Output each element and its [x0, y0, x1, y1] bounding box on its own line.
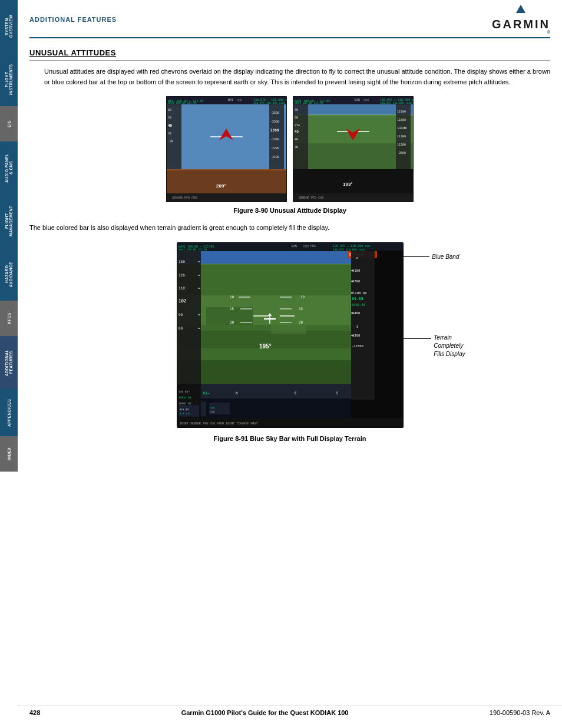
- svg-rect-74: [177, 295, 351, 325]
- svg-text:N: N: [236, 391, 238, 395]
- svg-text:E: E: [295, 391, 297, 395]
- svg-text:60: 60: [168, 108, 171, 111]
- garmin-logo: GARMIN ®: [492, 5, 550, 34]
- svg-text:□□□ PRG: □□□ PRG: [303, 244, 316, 248]
- svg-text:30: 30: [295, 145, 298, 149]
- sidebar-item-eis[interactable]: EIS: [0, 106, 18, 141]
- svg-rect-40: [293, 143, 413, 169]
- header-title: ADDITIONAL FEATURES: [29, 16, 117, 23]
- svg-text:0.0    1.0: 0.0 1.0: [180, 412, 190, 415]
- sidebar-item-flight-instruments[interactable]: FLIGHTINSTRUMENTS: [0, 53, 18, 106]
- svg-text:195°: 195°: [259, 343, 272, 350]
- svg-text:-2500: -2500: [397, 151, 406, 154]
- blue-band-label: Blue Band: [432, 253, 459, 261]
- svg-text:130: 130: [178, 259, 185, 263]
- page-header: ADDITIONAL FEATURES GARMIN ®: [29, 0, 550, 38]
- display-left-svg: NAV1 108.00 ↔ 117.95 0/5 □□□ 136.975 ↔ 1…: [166, 96, 287, 202]
- svg-text:15: 15: [230, 307, 234, 311]
- svg-text:20: 20: [230, 320, 234, 324]
- svg-text:40: 40: [168, 123, 173, 127]
- svg-text:NAV2 108.00  117.95: NAV2 108.00 117.95: [168, 101, 197, 104]
- svg-text:0/5: 0/5: [292, 244, 297, 248]
- svg-rect-70: [177, 251, 351, 264]
- body-text-1: Unusual attitudes are displayed with red…: [44, 67, 550, 87]
- sidebar-item-hazard-avoidance[interactable]: HAZARDAVOIDANCE: [0, 248, 18, 301]
- svg-text:193°: 193°: [343, 182, 353, 187]
- svg-text:70: 70: [295, 108, 298, 111]
- svg-rect-38: [293, 104, 413, 115]
- svg-text:45: 45: [295, 129, 299, 133]
- svg-text:50: 50: [168, 116, 171, 119]
- svg-text:2390: 2390: [270, 128, 279, 132]
- svg-text:NAV2 108.88  117.95: NAV2 108.88 117.95: [178, 248, 207, 251]
- svg-text:136.975   118.000 com2: 136.975 118.000 com2: [253, 101, 285, 104]
- svg-text:15: 15: [299, 307, 303, 311]
- svg-text:-2300: -2300: [270, 137, 279, 141]
- svg-text:108: 108: [210, 406, 215, 409]
- display-right-svg: NAV1 108.00 ↔ 117.95 0/5 □□□ 136.975 ↔ 1…: [293, 96, 414, 202]
- svg-text:80: 80: [178, 326, 183, 330]
- svg-text:90: 90: [178, 312, 183, 317]
- display-right: NAV1 108.00 ↔ 117.95 0/5 □□□ 136.975 ↔ 1…: [293, 96, 414, 202]
- svg-text:20: 20: [299, 320, 303, 324]
- body-text-2: The blue colored bar is also displayed w…: [29, 223, 550, 233]
- svg-text:10001 N3: 10001 N3: [178, 402, 191, 405]
- svg-text:136.975   118.000 com2: 136.975 118.000 com2: [333, 248, 365, 251]
- svg-text:60: 60: [295, 116, 298, 119]
- svg-text:32: 32: [168, 131, 171, 135]
- svg-text:- 1: - 1: [352, 325, 358, 328]
- svg-text:10: 10: [230, 295, 234, 299]
- svg-text:11490: 11490: [397, 126, 407, 130]
- svg-rect-9: [167, 169, 286, 196]
- svg-text:-23500: -23500: [352, 344, 363, 348]
- svg-text:0/5: 0/5: [355, 98, 360, 101]
- sidebar-item-index[interactable]: INDEX: [0, 436, 18, 472]
- sidebar-item-audio-panel[interactable]: AUDIO PANEL& CNS: [0, 141, 18, 195]
- svg-text:-30: -30: [168, 139, 173, 143]
- svg-text:11500: 11500: [397, 118, 406, 121]
- display-large-svg: NAV1 108.08 ↔ 117.95 0/5 □□□ PRG 136.975…: [177, 242, 404, 428]
- svg-text:102: 102: [178, 298, 187, 304]
- sidebar-item-afcs[interactable]: AFCS: [0, 301, 18, 336]
- svg-text:Sto: Sto: [295, 123, 300, 127]
- svg-text:0/5: 0/5: [228, 98, 233, 101]
- svg-text:SENSOR   PFD   COG: SENSOR PFD COG: [172, 196, 197, 199]
- sidebar-item-appendices[interactable]: APPENDICES: [0, 389, 18, 436]
- svg-text:Rls00 00: Rls00 00: [351, 291, 367, 295]
- svg-rect-8: [167, 104, 286, 169]
- garmin-logo-text: GARMIN: [492, 18, 550, 31]
- svg-text:SENSOR   PFD   COG: SENSOR PFD COG: [299, 196, 323, 199]
- footer-page-number: 428: [29, 709, 40, 716]
- blue-band-annotation: Blue Band: [400, 253, 459, 261]
- svg-text:65.68: 65.68: [352, 297, 363, 301]
- svg-text:□□□: □□□: [237, 98, 242, 101]
- svg-text:VOR: VOR: [210, 410, 215, 413]
- figure-90-row: NAV1 108.00 ↔ 117.95 0/5 □□□ 136.975 ↔ 1…: [29, 96, 550, 202]
- svg-text:6500.48: 6500.48: [352, 303, 365, 307]
- main-content: ADDITIONAL FEATURES GARMIN ® UNUSUAL ATT…: [18, 0, 562, 463]
- svg-text:11200: 11200: [397, 143, 406, 146]
- svg-text:19954 D0: 19954 D0: [178, 396, 191, 399]
- sidebar-item-additional-features[interactable]: ADDITIONALFEATURES: [0, 336, 18, 389]
- svg-text:40: 40: [295, 137, 298, 141]
- figure-91-container: NAV1 108.08 ↔ 117.95 0/5 □□□ PRG 136.975…: [29, 242, 550, 442]
- terrain-label: Terrain Completely Fills Display: [434, 334, 465, 358]
- sidebar: SYSTEMOVERVIEW FLIGHTINSTRUMENTS EIS AUD…: [0, 0, 18, 728]
- page-footer: 428 Garmin G1000 Pilot's Guide for the Q…: [18, 706, 562, 719]
- svg-text:136.975 ↔ 118.000 com: 136.975 ↔ 118.000 com: [333, 244, 370, 248]
- sidebar-item-system-overview[interactable]: SYSTEMOVERVIEW: [0, 0, 18, 53]
- display-left: NAV1 108.00 ↔ 117.95 0/5 □□□ 136.975 ↔ 1…: [166, 96, 287, 202]
- svg-text:110: 110: [178, 286, 185, 290]
- figure-91-caption: Figure 8-91 Blue Sky Bar with Full Displ…: [29, 435, 550, 442]
- svg-text:10: 10: [300, 295, 305, 299]
- svg-text:136.975   118.000 com2: 136.975 118.000 com2: [380, 101, 412, 104]
- svg-text:11300: 11300: [397, 134, 406, 138]
- svg-text:INSET SENSOR PFD  COG  XPDR  I: INSET SENSOR PFD COG XPDR IDENT TIM/REF …: [180, 421, 257, 425]
- footer-reference: 190-00590-03 Rev. A: [490, 709, 550, 716]
- svg-text:0/5  0/1: 0/5 0/1: [180, 408, 190, 411]
- svg-text:140 N3→: 140 N3→: [178, 390, 190, 393]
- footer-title: Garmin G1000 Pilot's Guide for the Quest…: [181, 709, 349, 716]
- svg-text:-2500: -2500: [270, 111, 279, 114]
- sidebar-item-flight-management[interactable]: FLIGHTMANAGEMENT: [0, 195, 18, 248]
- svg-rect-52: [293, 104, 308, 169]
